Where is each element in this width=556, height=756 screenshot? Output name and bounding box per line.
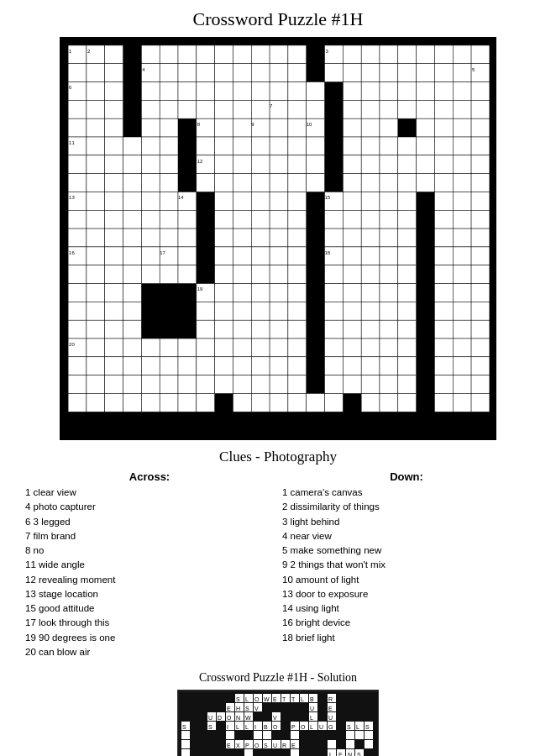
svg-rect-524 [346, 740, 354, 748]
svg-rect-48 [178, 82, 197, 101]
svg-text:16: 16 [69, 250, 75, 255]
svg-rect-9 [233, 45, 251, 64]
svg-rect-236 [251, 247, 270, 265]
clues-columns: Across: 1 clear view 4 photo capturer 6 … [25, 470, 531, 659]
svg-rect-283 [453, 284, 471, 302]
svg-rect-151 [160, 174, 178, 192]
svg-rect-309 [233, 320, 251, 339]
svg-rect-12 [288, 45, 307, 64]
svg-rect-201 [361, 210, 380, 228]
svg-rect-328 [197, 339, 215, 357]
svg-rect-362 [471, 357, 490, 375]
svg-rect-24 [105, 64, 123, 82]
svg-rect-329 [215, 339, 233, 357]
svg-rect-353 [270, 357, 288, 375]
svg-rect-195 [233, 210, 251, 228]
clue-across-20: 20 can blow air [25, 645, 274, 659]
svg-rect-355 [325, 357, 344, 375]
svg-rect-105 [87, 137, 105, 155]
svg-rect-97 [343, 118, 361, 137]
svg-rect-313 [325, 320, 344, 339]
svg-rect-244 [434, 247, 453, 265]
clue-down-1: 1 camera's canvas [282, 486, 531, 500]
svg-rect-153 [215, 174, 233, 192]
svg-rect-306 [123, 320, 142, 339]
clue-across-11: 11 wide angle [25, 558, 274, 572]
svg-rect-293 [270, 302, 288, 320]
svg-rect-373 [251, 375, 270, 394]
svg-rect-393 [251, 393, 270, 412]
svg-rect-193 [178, 210, 197, 228]
svg-rect-180 [343, 192, 361, 210]
svg-rect-374 [270, 375, 288, 394]
svg-rect-218 [288, 228, 307, 247]
svg-rect-4 [141, 45, 160, 64]
svg-rect-113 [251, 137, 270, 155]
svg-rect-535 [244, 749, 253, 756]
svg-rect-26 [160, 64, 178, 82]
svg-rect-207 [68, 228, 87, 247]
svg-rect-165 [453, 174, 471, 192]
svg-rect-78 [361, 100, 380, 118]
svg-rect-253 [178, 265, 197, 284]
svg-rect-215 [233, 228, 251, 247]
svg-rect-383 [471, 375, 490, 394]
clue-down-2: 2 dissimilarity of things [282, 500, 531, 514]
svg-text:11: 11 [69, 140, 75, 145]
svg-rect-91 [215, 118, 233, 137]
svg-text:R: R [328, 696, 333, 702]
clue-down-18: 18 brief light [282, 631, 531, 645]
svg-rect-121 [417, 137, 435, 155]
svg-text:S: S [347, 724, 351, 730]
svg-rect-507 [226, 731, 234, 739]
svg-rect-69 [178, 100, 197, 118]
svg-text:10: 10 [307, 122, 312, 127]
svg-rect-140 [380, 155, 398, 174]
svg-rect-188 [87, 210, 105, 228]
svg-rect-160 [361, 174, 380, 192]
svg-rect-67 [141, 100, 160, 118]
svg-text:O: O [273, 724, 278, 730]
svg-rect-352 [251, 357, 270, 375]
svg-rect-197 [270, 210, 288, 228]
svg-rect-243 [398, 247, 417, 265]
svg-rect-209 [105, 228, 123, 247]
clue-across-15: 15 good attitude [25, 601, 274, 616]
svg-text:2: 2 [87, 49, 90, 54]
svg-rect-35 [343, 64, 361, 82]
down-title: Down: [282, 470, 531, 483]
svg-rect-371 [215, 375, 233, 394]
svg-rect-14 [343, 45, 361, 64]
svg-rect-364 [87, 375, 105, 394]
svg-rect-119 [380, 137, 398, 155]
svg-rect-63 [471, 82, 490, 101]
svg-rect-275 [270, 284, 288, 302]
svg-text:R: R [282, 743, 286, 748]
svg-rect-372 [233, 375, 251, 394]
svg-text:L: L [356, 724, 359, 730]
svg-rect-240 [343, 247, 361, 265]
svg-rect-378 [361, 375, 380, 394]
svg-rect-57 [361, 82, 380, 101]
svg-rect-400 [398, 393, 417, 412]
svg-rect-7 [197, 45, 215, 64]
svg-rect-168 [87, 192, 105, 210]
svg-rect-286 [87, 302, 105, 320]
svg-rect-191 [141, 210, 160, 228]
svg-rect-287 [105, 302, 123, 320]
svg-rect-379 [380, 375, 398, 394]
svg-rect-30 [233, 64, 251, 82]
svg-rect-316 [380, 320, 398, 339]
svg-rect-365 [105, 375, 123, 394]
svg-rect-186 [471, 192, 490, 210]
svg-text:L: L [245, 696, 249, 702]
svg-text:U: U [319, 724, 323, 730]
svg-text:E: E [227, 743, 231, 748]
svg-rect-108 [141, 137, 160, 155]
svg-rect-148 [105, 174, 123, 192]
svg-text:S: S [245, 706, 249, 711]
svg-rect-213 [178, 228, 197, 247]
svg-rect-291 [233, 302, 251, 320]
svg-rect-327 [178, 339, 197, 357]
svg-text:W: W [264, 696, 270, 702]
